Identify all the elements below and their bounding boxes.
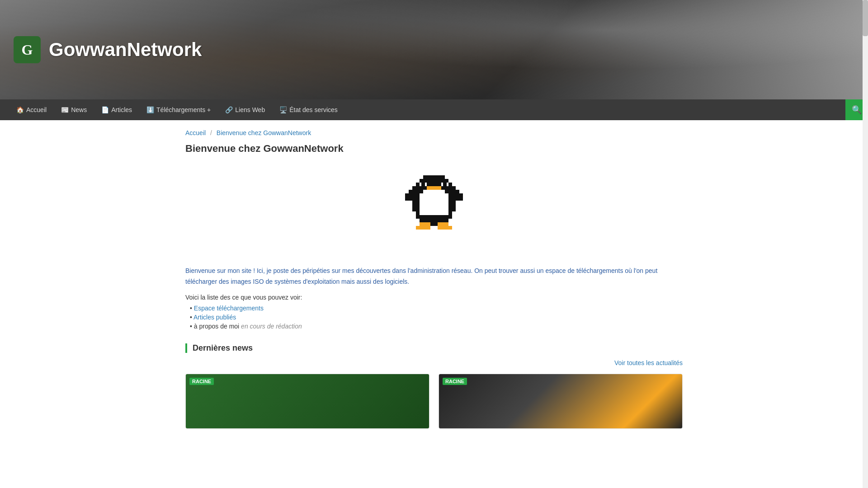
- list-item: Espace téléchargements: [190, 305, 683, 312]
- feature-list: Espace téléchargements Articles publiés …: [185, 305, 683, 330]
- search-icon: 🔍: [852, 105, 862, 115]
- news-section-title: Dernières news: [185, 343, 683, 353]
- news-cards: RACINE RACINE: [185, 374, 683, 429]
- nav-item-news[interactable]: 📰 News: [54, 99, 94, 120]
- svg-rect-27: [438, 222, 448, 226]
- svg-rect-28: [416, 226, 430, 230]
- scrollbar-thumb[interactable]: [863, 0, 868, 36]
- svg-rect-31: [405, 193, 412, 197]
- nav-links: 🏠 Accueil 📰 News 📄 Articles ⬇️ Télécharg…: [0, 99, 345, 120]
- nav-item-liens-web[interactable]: 🔗 Liens Web: [218, 99, 272, 120]
- news-badge-2: RACINE: [443, 378, 467, 385]
- main-content: Accueil / Bienvenue chez GowwanNetwork B…: [172, 120, 696, 438]
- nav-item-telechargements[interactable]: ⬇️ Téléchargements +: [139, 99, 218, 120]
- news-card-1[interactable]: RACINE: [185, 374, 429, 429]
- see-all-link[interactable]: Voir toutes les actualités: [614, 359, 683, 366]
- nav-label-articles: Articles: [111, 106, 132, 113]
- nav-label-telechargements: Téléchargements +: [156, 106, 211, 113]
- nav-item-accueil[interactable]: 🏠 Accueil: [9, 99, 54, 120]
- breadcrumb-home[interactable]: Accueil: [185, 129, 206, 136]
- articles-icon: 📄: [101, 106, 109, 113]
- download-icon: ⬇️: [146, 106, 154, 113]
- see-all-container: Voir toutes les actualités: [185, 359, 683, 366]
- description-text: Bienvenue sur mon site ! Ici, je poste d…: [185, 266, 683, 287]
- monitor-icon: 🖥️: [279, 106, 287, 113]
- svg-rect-1: [420, 179, 448, 183]
- svg-rect-35: [456, 197, 463, 201]
- svg-rect-14: [423, 190, 445, 193]
- navigation-bar: 🏠 Accueil 📰 News 📄 Articles ⬇️ Télécharg…: [0, 99, 868, 120]
- site-logo[interactable]: G: [14, 36, 41, 63]
- svg-rect-25: [427, 186, 441, 190]
- header-banner: G GowwanNetwork: [0, 0, 868, 99]
- breadcrumb: Accueil / Bienvenue chez GowwanNetwork: [185, 129, 683, 136]
- news-card-2[interactable]: RACINE: [439, 374, 683, 429]
- svg-rect-26: [420, 222, 430, 226]
- svg-rect-33: [452, 190, 459, 193]
- apropos-label: à propos de moi: [194, 323, 239, 330]
- svg-rect-16: [420, 197, 448, 201]
- svg-rect-34: [456, 193, 463, 197]
- news-badge-1: RACINE: [189, 378, 214, 385]
- page-title: Bienvenue chez GowwanNetwork: [185, 143, 683, 155]
- svg-rect-30: [409, 190, 416, 193]
- nav-item-etat-services[interactable]: 🖥️ État des services: [272, 99, 345, 120]
- site-title: GowwanNetwork: [49, 39, 202, 61]
- breadcrumb-current[interactable]: Bienvenue chez GowwanNetwork: [217, 129, 311, 136]
- news-card-image-2: RACINE: [439, 374, 682, 428]
- penguin-container: [185, 168, 683, 248]
- nav-label-news: News: [71, 106, 87, 113]
- home-icon: 🏠: [16, 106, 24, 113]
- svg-rect-20: [420, 211, 448, 215]
- svg-rect-15: [420, 193, 448, 197]
- svg-rect-32: [405, 197, 412, 201]
- svg-rect-24: [443, 183, 447, 186]
- svg-rect-17: [420, 201, 448, 204]
- in-progress-note: en cours de rédaction: [241, 323, 302, 330]
- description-section: Bienvenue sur mon site ! Ici, je poste d…: [185, 266, 683, 330]
- list-item: à propos de moi en cours de rédaction: [190, 323, 683, 330]
- list-item: Articles publiés: [190, 314, 683, 321]
- logo-letter: G: [22, 42, 33, 58]
- nav-label-etat-services: État des services: [289, 106, 338, 113]
- news-section: Dernières news Voir toutes les actualité…: [185, 343, 683, 429]
- svg-rect-18: [420, 204, 448, 208]
- nav-label-liens-web: Liens Web: [235, 106, 265, 113]
- list-intro: Voici la liste des ce que vous pouvez vo…: [185, 294, 683, 301]
- svg-rect-29: [438, 226, 452, 230]
- scrollbar[interactable]: [863, 0, 868, 438]
- nav-label-accueil: Accueil: [26, 106, 47, 113]
- news-icon: 📰: [61, 106, 69, 113]
- breadcrumb-separator: /: [210, 129, 212, 136]
- news-card-image-1: RACINE: [186, 374, 429, 428]
- penguin-pixel-art: [401, 168, 467, 248]
- svg-rect-12: [420, 219, 448, 222]
- svg-rect-19: [420, 208, 448, 211]
- header-content: G GowwanNetwork: [0, 27, 215, 72]
- svg-rect-23: [421, 183, 425, 186]
- svg-rect-11: [416, 215, 452, 219]
- svg-rect-0: [423, 175, 445, 179]
- nav-item-articles[interactable]: 📄 Articles: [94, 99, 139, 120]
- articles-link[interactable]: Articles publiés: [193, 314, 236, 321]
- link-icon: 🔗: [225, 106, 233, 113]
- telechargements-link[interactable]: Espace téléchargements: [194, 305, 264, 312]
